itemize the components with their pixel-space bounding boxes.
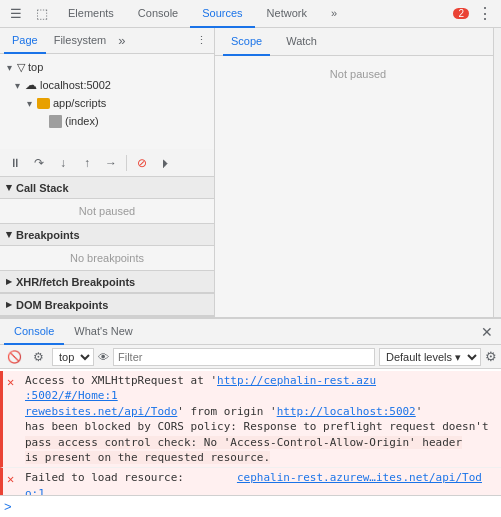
cloud-icon: ☁ — [25, 78, 37, 92]
tab-more[interactable]: » — [319, 0, 349, 28]
toolbar-more-btn[interactable]: ⋮ — [473, 4, 497, 23]
step-into-btn[interactable]: ↓ — [52, 152, 74, 174]
console-msg-failed: ✕ Failed to load resource: cephalin-rest… — [0, 468, 501, 495]
failed-resource-link[interactable]: cephalin-rest.azurew…ites.net/api/Todo:1 — [25, 471, 482, 495]
xhr-title: XHR/fetch Breakpoints — [16, 276, 135, 288]
tree-item-localhost[interactable]: ☁ localhost:5002 — [0, 76, 214, 94]
breakpoints-section: ▾ Breakpoints No breakpoints — [0, 224, 214, 271]
toolbar-right: 2 ⋮ — [453, 4, 497, 23]
console-toolbar: 🚫 ⚙ top 👁 Default levels ▾ ⚙ — [0, 345, 501, 369]
dom-section: ▸ DOM Breakpoints — [0, 294, 214, 317]
subtab-page[interactable]: Page — [4, 28, 46, 54]
console-msg-cors: ✕ Access to XMLHttpRequest at 'http://ce… — [0, 371, 501, 468]
right-content: Not paused — [215, 56, 501, 317]
debug-divider — [126, 155, 127, 171]
left-panel: Page Filesystem » ⋮ ▽ top ☁ localhost:50… — [0, 28, 215, 317]
console-msg-cors-text: Access to XMLHttpRequest at 'http://ceph… — [25, 373, 493, 465]
breakpoints-title: Breakpoints — [16, 229, 80, 241]
callstack-arrow: ▾ — [6, 181, 12, 194]
console-gear-btn[interactable]: ⚙ — [485, 349, 497, 364]
tab-scope[interactable]: Scope — [223, 28, 270, 56]
filter-input[interactable] — [113, 348, 375, 366]
error-icon-2: ✕ — [7, 471, 21, 488]
tab-console[interactable]: Console — [126, 0, 190, 28]
step-btn[interactable]: → — [100, 152, 122, 174]
main-layout: Page Filesystem » ⋮ ▽ top ☁ localhost:50… — [0, 28, 501, 317]
subtab-more[interactable]: » — [114, 33, 129, 48]
step-over-btn[interactable]: ↷ — [28, 152, 50, 174]
subtab-page-label: Page — [12, 34, 38, 46]
main-tab-bar: Elements Console Sources Network » — [56, 0, 451, 28]
xhr-arrow: ▸ — [6, 275, 12, 288]
tab-scope-label: Scope — [231, 35, 262, 47]
context-select[interactable]: top — [52, 348, 94, 366]
right-panel: Scope Watch Not paused — [215, 28, 501, 317]
tree-item-index[interactable]: (index) — [0, 112, 214, 130]
tab-elements-label: Elements — [68, 7, 114, 19]
scope-watch-tabs: Scope Watch — [215, 28, 501, 56]
tab-network[interactable]: Network — [255, 0, 319, 28]
tab-sources[interactable]: Sources — [190, 0, 254, 28]
breakpoints-header[interactable]: ▾ Breakpoints — [0, 224, 214, 246]
tree-arrow-localhost — [12, 80, 22, 90]
console-tab-bar: Console What's New ✕ — [0, 319, 501, 345]
tree-arrow-appscripts — [24, 98, 34, 108]
folder-icon-appscripts — [37, 98, 50, 109]
dom-title: DOM Breakpoints — [16, 299, 108, 311]
tree-icon-top: ▽ — [17, 61, 25, 74]
tab-console-bottom-label: Console — [14, 325, 54, 337]
subtab-actions: ⋮ — [192, 32, 210, 50]
tab-watch[interactable]: Watch — [278, 28, 325, 56]
deactivate-btn[interactable]: ⊘ — [131, 152, 153, 174]
subtab-filesystem[interactable]: Filesystem — [46, 28, 115, 54]
console-messages: ✕ Access to XMLHttpRequest at 'http://ce… — [0, 369, 501, 495]
console-msg-failed-text: Failed to load resource: cephalin-rest.a… — [25, 470, 493, 495]
error-icon-1: ✕ — [7, 374, 21, 391]
tree-label-index: (index) — [65, 115, 99, 127]
bottom-panel: Console What's New ✕ 🚫 ⚙ top 👁 Default l… — [0, 317, 501, 517]
not-paused-text: Not paused — [223, 64, 493, 84]
debugger-controls: ⏸ ↷ ↓ ↑ → ⊘ ⏵ — [0, 149, 214, 177]
cors-origin-link[interactable]: http://localhost:5002 — [277, 405, 416, 418]
pause-btn[interactable]: ⏸ — [4, 152, 26, 174]
tab-console-label: Console — [138, 7, 178, 19]
callstack-section: ▾ Call Stack Not paused — [0, 177, 214, 224]
levels-select[interactable]: Default levels ▾ — [379, 348, 481, 366]
subtab-filesystem-label: Filesystem — [54, 34, 107, 46]
main-toolbar: ☰ ⬚ Elements Console Sources Network » 2… — [0, 0, 501, 28]
tab-network-label: Network — [267, 7, 307, 19]
callstack-title: Call Stack — [16, 182, 69, 194]
tree-item-appscripts[interactable]: app/scripts — [0, 94, 214, 112]
tab-watch-label: Watch — [286, 35, 317, 47]
tree-item-top[interactable]: ▽ top — [0, 58, 214, 76]
tab-whatsnew[interactable]: What's New — [64, 319, 142, 345]
sub-tab-bar: Page Filesystem » ⋮ — [0, 28, 214, 54]
tab-console-bottom[interactable]: Console — [4, 319, 64, 345]
file-tree: ▽ top ☁ localhost:5002 app/scripts (inde… — [0, 54, 214, 149]
dom-header[interactable]: ▸ DOM Breakpoints — [0, 294, 214, 316]
inspect-btn[interactable]: ⬚ — [30, 2, 54, 26]
file-icon-index — [49, 115, 62, 128]
right-scrollbar — [493, 28, 501, 317]
tree-label-top: top — [28, 61, 43, 73]
async-btn[interactable]: ⏵ — [155, 152, 177, 174]
clear-console-btn[interactable]: 🚫 — [4, 347, 24, 367]
console-settings-btn[interactable]: ⚙ — [28, 347, 48, 367]
xhr-section: ▸ XHR/fetch Breakpoints — [0, 271, 214, 294]
breakpoints-content: No breakpoints — [0, 246, 214, 270]
tab-whatsnew-label: What's New — [74, 325, 132, 337]
tab-elements[interactable]: Elements — [56, 0, 126, 28]
eye-icon: 👁 — [98, 351, 109, 363]
breakpoints-arrow: ▾ — [6, 228, 12, 241]
callstack-header[interactable]: ▾ Call Stack — [0, 177, 214, 199]
step-out-btn[interactable]: ↑ — [76, 152, 98, 174]
tab-sources-label: Sources — [202, 7, 242, 19]
add-folder-btn[interactable]: ⋮ — [192, 32, 210, 50]
console-close-btn[interactable]: ✕ — [477, 324, 497, 340]
devtools-toggle-btn[interactable]: ☰ — [4, 2, 28, 26]
tree-label-localhost: localhost:5002 — [40, 79, 111, 91]
xhr-header[interactable]: ▸ XHR/fetch Breakpoints — [0, 271, 214, 293]
console-input[interactable] — [16, 500, 497, 513]
console-prompt: > — [4, 499, 12, 514]
error-badge: 2 — [453, 8, 469, 19]
